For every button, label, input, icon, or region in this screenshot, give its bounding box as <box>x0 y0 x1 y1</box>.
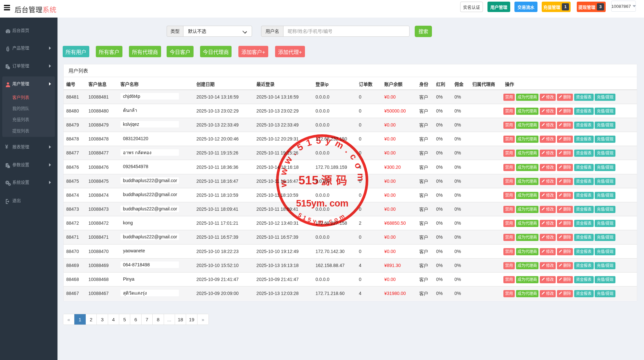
svg-text:B: B <box>6 47 9 52</box>
svg-text:515ym. com: 515ym. com <box>296 198 348 208</box>
svg-text:515源码: 515源码 <box>298 174 351 187</box>
